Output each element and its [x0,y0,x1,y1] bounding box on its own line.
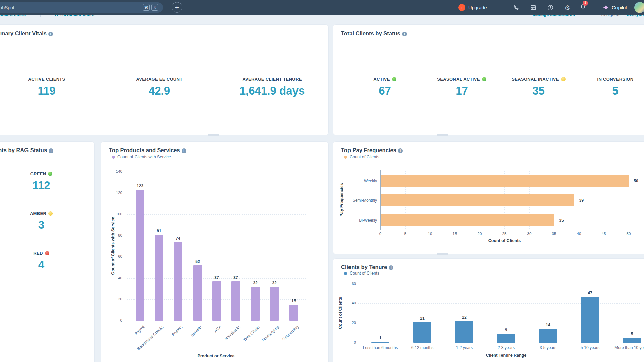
stat-label-text: RED [33,251,43,256]
status-dot-yellow [561,77,566,81]
x-category-label: Timekeeping [261,325,280,343]
search-placeholder: Search HubSpot [0,5,14,10]
create-new-button[interactable]: + [172,2,182,13]
x-category-label: Handbooks [224,325,241,341]
bar-timekeeping[interactable] [270,287,279,321]
assigned-value-link[interactable]: Everyone [627,15,644,17]
bar-payroll[interactable] [136,190,144,321]
card-top-products-and-services: Top Products and Services Count of Clien… [101,141,329,362]
y-axis-title: Pay Frequencies [339,183,344,216]
bar-value-label: 50 [634,179,638,183]
bar-semi-monthly[interactable] [381,194,574,206]
manage-dashboards-link[interactable]: Manage dashboards [533,15,575,17]
y-tick-120: 120 [109,191,122,195]
bar-6-12-months[interactable] [413,322,431,343]
x-category-label: Payroll [134,325,145,336]
card-top-pay-frequencies: Top Pay Frequencies Count of Clients 051… [333,141,644,254]
x-category-label: Less than 6 months [360,345,400,350]
bar-bi-weekly[interactable] [381,214,554,226]
x-tick-45: 45 [599,232,609,236]
x-category-label: Onboarding [281,325,299,341]
copilot-label: Copilot [612,5,627,10]
notifications-button[interactable]: 1 [577,0,589,15]
gridline-80 [126,236,306,236]
bar-1-2-years[interactable] [455,321,473,343]
x-tick-35: 35 [549,232,559,236]
help-button[interactable] [544,0,556,15]
bar-weekly[interactable] [381,175,629,187]
phone-icon [513,4,519,11]
x-category-label: ACA [213,325,222,333]
bar-3-5-years[interactable] [539,329,557,343]
stat-seasonal-inactive: SEASONAL INACTIVE35 [500,77,577,97]
card-resize-handle[interactable] [208,134,219,136]
y-tick-0: 0 [109,318,122,322]
status-dot-green [482,77,486,81]
nav-divider [598,4,598,11]
bar-2-3-years[interactable] [497,334,515,343]
status-dot-green [48,172,52,176]
advanced-filters-link[interactable]: Advanced filters [55,15,94,17]
bar-posters[interactable] [174,242,182,321]
stat-in-conversion: IN CONVERSION5 [577,77,644,97]
copilot-button[interactable]: Copilot [603,0,627,15]
bar-more-than-10-years[interactable] [623,338,641,343]
user-avatar[interactable] [634,2,644,13]
y-tick-20: 20 [342,321,356,325]
upgrade-arrow-icon: ↑ [458,4,465,11]
x-category-label: Time Clocks [242,325,261,342]
y-tick-140: 140 [109,169,122,173]
bar-aca[interactable] [212,281,221,321]
bar-value-label: 37 [214,275,219,280]
x-tick-10: 10 [425,232,435,236]
card-title: Total Clients by Status [341,30,400,37]
nav-divider [505,4,505,11]
y-tick-100: 100 [109,212,122,216]
copilot-sparkle-icon [603,4,609,11]
marketplace-button[interactable] [527,0,539,15]
stat-label-text: AVERAGE EE COUNT [136,77,183,82]
stat-label-text: SEASONAL INACTIVE [512,77,559,82]
x-category-label: Benefits [190,325,203,337]
stat-active-clients: ACTIVE CLIENTS119 [0,77,103,97]
settings-button[interactable]: ⚙ [561,0,573,15]
info-icon[interactable] [402,32,407,36]
stat-value: 1,641.9 days [216,84,328,97]
card-title: Summary Client Vitals [0,30,47,37]
status-dot-green [392,77,396,81]
stat-average-client-tenure: AVERAGE CLIENT TENURE1,641.9 days [216,77,328,97]
x-axis-line [126,321,306,321]
bar-onboarding[interactable] [289,305,298,321]
info-icon[interactable] [49,148,53,153]
upgrade-button[interactable]: ↑ Upgrade [458,0,487,15]
info-icon[interactable] [48,32,53,36]
bar-less-than-6-months[interactable] [371,342,389,343]
stat-label-text: GREEN [30,171,46,176]
stat-red: RED4 [0,251,85,271]
card-resize-handle[interactable] [437,134,448,136]
x-tick-5: 5 [400,232,410,236]
x-tick-50: 50 [624,232,634,236]
bar-value-label: 9 [505,328,507,333]
bar-value-label: 32 [272,281,276,285]
bar-5-10-years[interactable] [581,297,599,343]
stat-label: ACTIVE [346,77,423,82]
bar-time-clocks[interactable] [251,287,260,321]
settings-gear-icon: ⚙ [564,4,570,11]
bar-value-label: 15 [291,299,296,303]
global-search-input[interactable]: Search HubSpot ⌘ K [0,2,163,13]
dashboard-toolbar-clipped: Dashboard filters Advanced filters Manag… [0,15,644,17]
card-title: Clients by RAG Status [0,147,47,154]
calling-button[interactable] [510,0,522,15]
card-resize-handle[interactable] [437,253,448,255]
x-category-label: 2-3 years [486,345,526,350]
stat-value: 112 [0,179,85,192]
stat-label: RED [0,251,85,256]
pay-frequencies-chart: 0510152025303540455050Weekly39Semi-Month… [333,142,644,254]
stat-label: GREEN [0,171,85,176]
x-category-label: 5-10 years [570,345,610,350]
dashboard-filters-link[interactable]: Dashboard filters [0,15,26,17]
bar-handbooks[interactable] [231,281,240,321]
bar-background-checks[interactable] [155,235,163,321]
bar-benefits[interactable] [193,265,202,321]
